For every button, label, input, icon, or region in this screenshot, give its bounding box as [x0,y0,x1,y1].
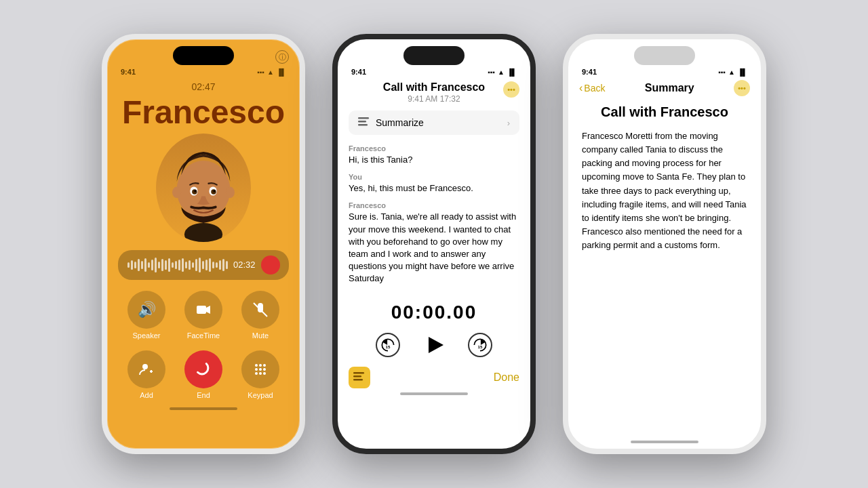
back-button[interactable]: ‹ Back [579,82,605,94]
transcript-block-1: You Yes, hi, this must be Francesco. [349,173,519,195]
svg-rect-10 [197,306,206,314]
svg-point-9 [226,186,235,198]
battery-icon-3: ▐▌ [738,68,747,76]
transcript-text-2: Sure is. Tania, we're all ready to assis… [349,211,519,285]
back-label: Back [584,83,605,94]
svg-point-25 [263,372,266,375]
wifi-icon-2: ▲ [498,68,505,76]
svg-point-13 [142,364,148,369]
keypad-icon-circle [241,350,279,388]
signal-icon-3: ▪▪▪ [718,68,726,76]
summary-call-title: Call with Francesco [582,104,747,120]
waveform-bar: 02:32 [118,250,289,280]
dynamic-island-3 [634,46,695,65]
svg-point-21 [259,368,262,371]
speaker-label: Speaker [133,331,161,340]
svg-rect-35 [353,375,361,378]
phone3-nav: ‹ Back Summary ••• [568,76,761,99]
skip-forward-button[interactable]: 15 [468,333,492,357]
phone-summary: 9:41 ▪▪▪ ▲ ▐▌ ‹ Back Summary ••• Call wi… [563,34,766,454]
transcript-text-1: Yes, hi, this must be Francesco. [349,182,519,195]
caller-name: Francesco [118,95,289,131]
wifi-icon: ▲ [267,68,274,76]
mute-icon-circle [241,291,279,329]
svg-marker-11 [206,306,210,314]
home-indicator-3 [631,441,698,443]
playback-controls: 15 15 [338,330,530,360]
svg-point-22 [263,368,266,371]
transcript-block-0: Francesco Hi, is this Tania? [349,144,519,166]
svg-point-19 [263,364,266,367]
speaker-label-1: You [349,173,519,181]
status-icons-3: ▪▪▪ ▲ ▐▌ [718,68,747,76]
facetime-button[interactable]: FaceTime [180,291,226,340]
svg-rect-36 [353,379,363,381]
play-button[interactable] [419,330,449,360]
dynamic-island-1 [173,46,234,65]
status-bar-1: 9:41 ▪▪▪ ▲ ▐▌ [107,65,300,76]
svg-point-6 [194,190,196,192]
svg-point-0 [184,223,222,242]
mute-button[interactable]: Mute [237,291,283,340]
facetime-label: FaceTime [187,331,220,340]
record-button[interactable] [261,256,280,274]
svg-text:15: 15 [386,345,391,349]
speaker-label-0: Francesco [349,144,519,152]
svg-marker-31 [429,337,443,353]
page-title: Summary [645,82,694,94]
svg-point-7 [214,190,216,192]
dynamic-island-2 [403,46,465,65]
waveform-visual [127,258,228,272]
summarize-btn-left: Summarize [358,117,424,128]
status-time-2: 9:41 [351,68,366,76]
home-indicator-1 [170,407,237,410]
status-time-3: 9:41 [582,68,597,76]
add-button[interactable]: Add [123,350,170,399]
speaker-button[interactable]: 🔊 Speaker [123,291,170,340]
status-bar-2: 9:41 ▪▪▪ ▲ ▐▌ [338,65,530,76]
phone-active-call: 9:41 ▪▪▪ ▲ ▐▌ ⓘ 02:47 Francesco [102,34,305,454]
info-icon[interactable]: ⓘ [275,50,289,64]
svg-rect-27 [358,121,366,123]
keypad-button[interactable]: Keypad [237,350,283,399]
more-options-button[interactable]: ••• [503,81,519,98]
end-button[interactable]: End [180,350,226,399]
memoji-circle [156,134,251,242]
phone2-header: Call with Francesco 9:41 AM 17:32 ••• [338,76,530,106]
summary-text: Francesco Moretti from the moving compan… [582,129,747,252]
more-options-button-3[interactable]: ••• [734,80,750,96]
mute-label: Mute [252,331,269,340]
add-label: Add [140,391,153,399]
svg-point-23 [255,372,258,375]
signal-icon-2: ▪▪▪ [488,68,495,76]
transcript-text-0: Hi, is this Tania? [349,154,519,166]
chevron-left-icon: ‹ [579,82,583,94]
end-icon-circle [184,350,222,388]
battery-icon-2: ▐▌ [507,68,517,76]
svg-rect-34 [353,372,364,374]
call-timer: 02:47 [107,81,300,92]
chevron-right-icon: › [507,118,510,128]
transcript-block-2: Francesco Sure is. Tania, we're all read… [349,201,519,285]
status-time-1: 9:41 [121,68,136,76]
end-label: End [197,391,210,399]
call-buttons-grid: 🔊 Speaker FaceTime Mute [107,285,300,405]
svg-point-20 [255,368,258,371]
skip-back-button[interactable]: 15 [376,333,400,357]
wifi-icon-3: ▲ [728,68,735,76]
keypad-label: Keypad [248,391,273,399]
facetime-icon-circle [184,291,222,329]
svg-rect-28 [358,124,368,126]
phone-recording: 9:41 ▪▪▪ ▲ ▐▌ Call with Francesco 9:41 A… [332,34,536,454]
svg-point-17 [255,364,258,367]
status-icons-1: ▪▪▪ ▲ ▐▌ [257,68,286,76]
done-button[interactable]: Done [494,371,519,384]
speaker-label-2: Francesco [349,201,519,209]
home-indicator-2 [400,392,468,395]
phone2-subtitle: 9:41 AM 17:32 [365,94,503,104]
add-icon-circle [127,350,165,388]
transcript-icon [349,367,370,388]
summarize-button[interactable]: Summarize › [349,110,519,135]
playback-section: 00:00.00 15 15 [338,298,530,364]
svg-text:15: 15 [478,345,483,349]
